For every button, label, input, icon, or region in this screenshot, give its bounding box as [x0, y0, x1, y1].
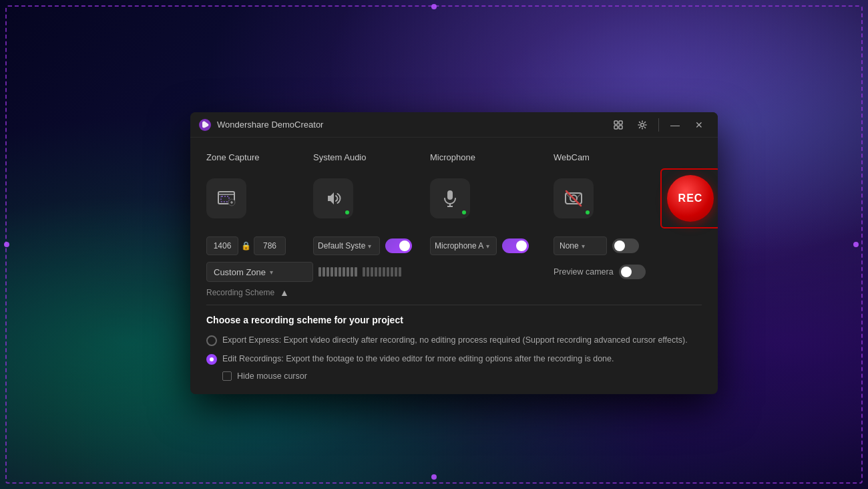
- svg-rect-2: [619, 121, 622, 124]
- zone-selector-col: Custom Zone ▾: [206, 262, 313, 282]
- webcam-col-label: WebCam: [554, 151, 660, 163]
- microphone-value: Microphone A: [435, 241, 483, 251]
- zone-width-input[interactable]: 1406: [206, 236, 238, 255]
- zone-capture-label: Zone Capture: [206, 152, 260, 162]
- edit-recordings-radio[interactable]: [206, 354, 217, 365]
- webcam-toggle-knob: [614, 240, 625, 251]
- svg-rect-1: [614, 121, 618, 124]
- hide-cursor-row: Hide mouse cursor: [222, 371, 702, 381]
- svg-line-15: [576, 193, 582, 198]
- main-content: Zone Capture System Audio Microphone Web…: [190, 138, 718, 394]
- icons-row: REC: [206, 168, 702, 228]
- webcam-icon-col: [554, 178, 660, 218]
- svg-point-5: [641, 123, 644, 126]
- lock-icon: 🔒: [241, 241, 251, 251]
- audio-bar-9: [351, 267, 353, 277]
- zone-selected-value: Custom Zone: [214, 267, 266, 277]
- system-audio-toggle[interactable]: [385, 238, 412, 253]
- microphone-label: Microphone: [430, 152, 475, 162]
- app-logo-icon: [198, 118, 212, 132]
- zone-selector-row: Custom Zone ▾: [206, 262, 702, 282]
- system-audio-value: Default Syste: [318, 241, 365, 251]
- title-bar-left: Wondershare DemoCreator: [198, 118, 323, 132]
- audio-bar-4: [331, 267, 333, 277]
- snap-button[interactable]: [608, 116, 629, 134]
- zone-height-input[interactable]: 786: [254, 236, 286, 255]
- minimize-button[interactable]: —: [664, 116, 686, 134]
- title-divider: [658, 118, 659, 132]
- webcam-arrow: ▾: [582, 242, 585, 250]
- webcam-value: None: [560, 241, 579, 251]
- rec-col-label: [660, 151, 702, 163]
- microphone-dropdown[interactable]: Microphone A ▾: [430, 236, 497, 255]
- audio-bar-13: [371, 267, 373, 277]
- settings-button[interactable]: [632, 116, 653, 134]
- webcam-icon-box[interactable]: [554, 178, 594, 218]
- microphone-toggle[interactable]: [502, 238, 529, 253]
- export-express-radio[interactable]: [206, 335, 217, 346]
- zone-capture-icon-col: [206, 178, 313, 218]
- audio-bar-7: [343, 267, 345, 277]
- zone-dropdown-arrow: ▾: [270, 269, 273, 276]
- system-audio-arrow: ▾: [368, 242, 371, 250]
- audio-bar-2: [322, 267, 325, 277]
- hide-cursor-label: Hide mouse cursor: [237, 371, 307, 381]
- edit-recordings-label: Edit Recordings: Export the footage to t…: [222, 353, 614, 365]
- export-express-label: Export Express: Export video directly af…: [222, 335, 688, 347]
- preview-camera-toggle[interactable]: [619, 265, 646, 279]
- system-audio-bars: [318, 267, 430, 277]
- webcam-controls: None ▾: [554, 236, 660, 255]
- edit-recordings-option: Edit Recordings: Export the footage to t…: [206, 353, 702, 365]
- hide-cursor-checkbox[interactable]: [222, 371, 232, 381]
- webcam-toggle[interactable]: [612, 238, 639, 253]
- microphone-controls: Microphone A ▾: [430, 236, 554, 255]
- audio-bar-12: [367, 267, 369, 277]
- microphone-status: [461, 209, 467, 216]
- zone-dimensions: 1406 🔒 786: [206, 236, 313, 255]
- section-labels-row: Zone Capture System Audio Microphone Web…: [206, 151, 702, 163]
- svg-rect-4: [619, 126, 622, 129]
- audio-bar-1: [318, 267, 321, 277]
- system-audio-col-label: System Audio: [313, 151, 430, 163]
- system-audio-dropdown[interactable]: Default Syste ▾: [313, 236, 380, 255]
- zone-capture-icon-box[interactable]: [206, 178, 246, 218]
- title-bar-controls: — ✕: [608, 116, 710, 134]
- export-express-option: Export Express: Export video directly af…: [206, 335, 702, 347]
- svg-rect-7: [221, 196, 229, 202]
- zone-selector-dropdown[interactable]: Custom Zone ▾: [206, 262, 313, 282]
- preview-camera-toggle-knob: [621, 267, 632, 277]
- microphone-icon-box[interactable]: [430, 178, 470, 218]
- audio-bar-18: [391, 267, 393, 277]
- app-title: Wondershare DemoCreator: [217, 120, 323, 130]
- rec-label: REC: [678, 192, 703, 204]
- close-button[interactable]: ✕: [688, 116, 710, 134]
- scheme-title: Choose a recording scheme for your proje…: [206, 315, 702, 325]
- webcam-status: [584, 209, 591, 216]
- microphone-arrow: ▾: [486, 242, 489, 250]
- system-audio-label: System Audio: [313, 152, 367, 162]
- recording-scheme-row: Recording Scheme ▲: [206, 287, 702, 298]
- system-audio-icon-box[interactable]: [313, 178, 353, 218]
- system-audio-toggle-knob: [399, 240, 410, 251]
- audio-bar-19: [395, 267, 397, 277]
- audio-bar-5: [335, 267, 337, 277]
- microphone-col-label: Microphone: [430, 151, 554, 163]
- title-bar: Wondershare DemoCreator — ✕: [190, 112, 718, 138]
- preview-camera-col: Preview camera: [554, 265, 660, 279]
- section-divider: [206, 305, 702, 305]
- recording-scheme-expand-icon[interactable]: ▲: [280, 287, 289, 298]
- preview-camera-label: Preview camera: [554, 267, 614, 277]
- svg-rect-9: [447, 190, 453, 200]
- system-audio-controls: Default Syste ▾: [313, 236, 430, 255]
- webcam-label: WebCam: [554, 152, 590, 162]
- app-window: Wondershare DemoCreator — ✕: [190, 112, 718, 394]
- audio-bar-8: [347, 267, 349, 277]
- controls-row: 1406 🔒 786 Default Syste ▾ Microphone A …: [206, 236, 702, 255]
- webcam-dropdown[interactable]: None ▾: [554, 236, 607, 255]
- audio-bar-3: [327, 267, 329, 277]
- audio-bar-10: [355, 267, 357, 277]
- audio-bar-6: [339, 267, 341, 277]
- audio-bar-11: [363, 267, 365, 277]
- rec-button[interactable]: REC: [667, 175, 714, 222]
- microphone-icon-col: [430, 178, 554, 218]
